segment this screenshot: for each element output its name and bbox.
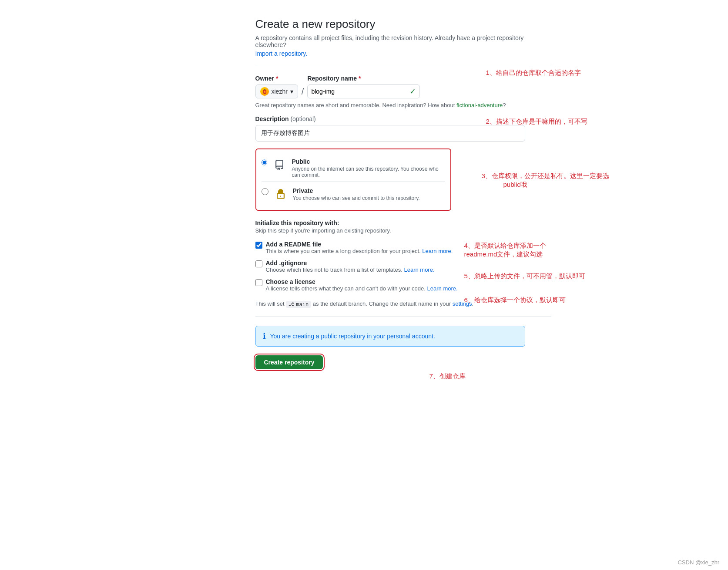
public-desc: Anyone on the internet can see this repo… — [292, 166, 445, 178]
private-desc: You choose who can see and commit to thi… — [293, 195, 420, 201]
description-input[interactable] — [255, 125, 525, 142]
readme-text: Add a README file This is where you can … — [266, 241, 453, 254]
init-subtitle: Skip this step if you're importing an ex… — [255, 227, 551, 234]
import-link[interactable]: Import a repository. — [255, 50, 308, 57]
owner-select[interactable]: 🏮 xiezhr ▾ — [255, 84, 298, 98]
public-icon — [272, 158, 286, 172]
info-icon: ℹ — [263, 331, 266, 341]
readme-learn-link[interactable]: Learn more. — [422, 248, 453, 254]
gitignore-label: Add .gitignore — [266, 260, 435, 266]
repo-name-field: Repository name * ✓ — [307, 75, 420, 98]
private-label: Private — [293, 187, 420, 194]
annotation-3: 3、仓库权限，公开还是私有。这里一定要选 — [482, 172, 609, 180]
visibility-section: Public Anyone on the internet can see th… — [255, 148, 451, 211]
owner-avatar: 🏮 — [260, 87, 269, 96]
annotation-7: 7、创建仓库 — [429, 372, 466, 381]
gitignore-text: Add .gitignore Choose which files not to… — [266, 260, 435, 273]
init-section: Initialize this repository with: Skip th… — [255, 219, 551, 292]
public-label: Public — [292, 158, 445, 165]
repo-hint: Great repository names are short and mem… — [255, 102, 551, 108]
gitignore-checkbox[interactable] — [255, 260, 262, 267]
owner-label: Owner * — [255, 75, 298, 82]
repo-name-input[interactable] — [311, 88, 407, 95]
public-option: Public Anyone on the internet can see th… — [262, 155, 445, 182]
desc-label: Description (optional) — [255, 115, 551, 122]
gitignore-desc: Choose which files not to track from a l… — [266, 266, 435, 273]
owner-repo-row: Owner * 🏮 xiezhr ▾ / Repository name * ✓ — [255, 75, 551, 98]
readme-desc: This is where you can write a long descr… — [266, 248, 453, 254]
divider-2 — [255, 317, 551, 317]
slash-divider: / — [302, 84, 304, 98]
info-banner: ℹ You are creating a public repository i… — [255, 326, 525, 347]
init-title: Initialize this repository with: — [255, 219, 551, 226]
watermark: CSDN @xie_zhr — [678, 559, 719, 566]
repo-name-input-wrap: ✓ — [307, 84, 420, 98]
license-checkbox[interactable] — [255, 279, 262, 286]
license-label: Choose a license — [266, 278, 458, 285]
license-item: Choose a license A license tells others … — [255, 278, 551, 292]
license-desc: A license tells others what they can and… — [266, 285, 458, 292]
gitignore-learn-link[interactable]: Learn more. — [404, 266, 434, 273]
info-text: You are creating a public repository in … — [270, 333, 435, 340]
private-icon — [274, 187, 288, 201]
gitignore-item: Add .gitignore Choose which files not to… — [255, 260, 551, 273]
private-option: Private You choose who can see and commi… — [262, 182, 445, 205]
annotation-3b: public哦 — [503, 181, 527, 189]
page-subtitle: A repository contains all project files,… — [255, 34, 551, 48]
repo-label: Repository name * — [307, 75, 420, 82]
suggestion-link[interactable]: fictional-adventure — [456, 102, 503, 108]
owner-field: Owner * 🏮 xiezhr ▾ — [255, 75, 298, 98]
create-repository-button[interactable]: Create repository — [255, 355, 323, 369]
readme-label: Add a README file — [266, 241, 453, 248]
branch-info: This will set ⎇ main as the default bran… — [255, 300, 551, 308]
readme-checkbox[interactable] — [255, 242, 262, 249]
private-radio[interactable] — [262, 188, 268, 195]
branch-icon: ⎇ — [289, 301, 294, 307]
branch-badge: ⎇ main — [286, 301, 311, 308]
check-icon: ✓ — [409, 87, 416, 96]
section-divider — [255, 66, 551, 66]
readme-item: Add a README file This is where you can … — [255, 241, 551, 254]
license-learn-link[interactable]: Learn more. — [427, 285, 458, 292]
description-group: Description (optional) — [255, 115, 551, 142]
public-radio[interactable] — [262, 159, 268, 166]
public-text: Public Anyone on the internet can see th… — [292, 158, 445, 178]
private-text: Private You choose who can see and commi… — [293, 187, 420, 201]
license-text: Choose a license A license tells others … — [266, 278, 458, 292]
settings-link[interactable]: settings — [453, 300, 472, 307]
owner-dropdown-icon: ▾ — [290, 88, 293, 95]
owner-name: xiezhr — [272, 88, 288, 95]
page-title: Create a new repository — [255, 17, 551, 31]
